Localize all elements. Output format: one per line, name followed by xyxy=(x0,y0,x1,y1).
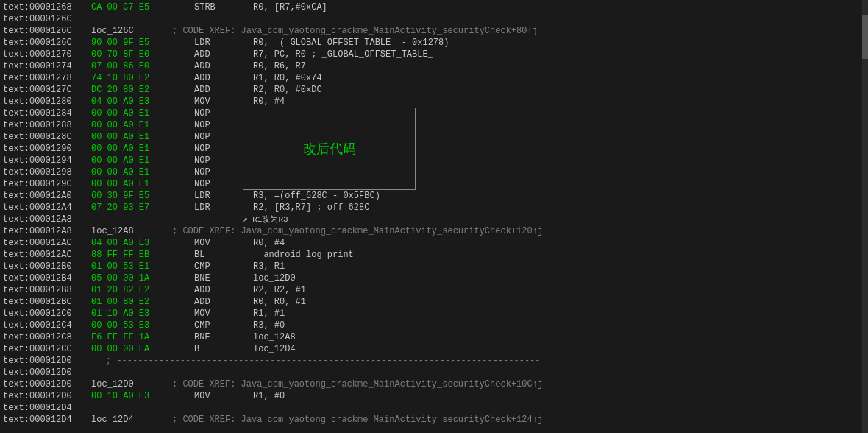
table-row: text:000012B4 05 00 00 1A BNE loc_12D0 xyxy=(0,272,868,284)
address: text:0000129C xyxy=(3,178,91,190)
table-row: text:00001284 00 00 A0 E1 NOP xyxy=(0,108,868,119)
table-row: text:0000129C 00 00 A0 E1 NOP xyxy=(0,178,868,190)
mnemonic: LDR xyxy=(194,190,253,202)
mnemonic: ADD xyxy=(194,84,253,96)
bytes: 60 30 9F E5 xyxy=(91,190,179,202)
bytes: 07 20 93 E7 xyxy=(91,202,179,214)
address: text:000012B4 xyxy=(3,272,91,284)
table-row: text:000012D4 loc_12D4 ; CODE XREF: Java… xyxy=(0,414,868,426)
bytes: 00 70 8F E0 xyxy=(91,49,179,60)
table-row: text:000012C0 01 10 A0 E3 MOV R1, #1 xyxy=(0,308,868,320)
address: text:000012D0 xyxy=(3,379,91,390)
operands: __android_log_print xyxy=(253,249,354,261)
table-row: text:00001268 CA 00 C7 E5 STRB R0, [R7,#… xyxy=(0,1,868,13)
mnemonic: BNE xyxy=(194,272,253,284)
table-row: text:000012AC 88 FF FF EB BL __android_l… xyxy=(0,249,868,261)
bytes: 00 00 A0 E1 xyxy=(91,155,179,166)
address: text:000012D0 xyxy=(3,355,91,367)
mnemonic: ADD xyxy=(194,60,253,72)
table-row: text:000012D4 xyxy=(0,402,868,414)
operands: R0, R0, #1 xyxy=(253,296,306,308)
address: text:000012CC xyxy=(3,343,91,355)
annotation-label: 改后代码 xyxy=(303,140,356,158)
address: text:000012A0 xyxy=(3,190,91,202)
operands: R0, R6, R7 xyxy=(253,60,306,72)
loc-label: loc_126C xyxy=(91,25,165,37)
mnemonic: ADD xyxy=(194,296,253,308)
bytes: 88 FF FF EB xyxy=(91,249,179,261)
table-row: text:00001298 00 00 A0 E1 NOP xyxy=(0,166,868,178)
table-row: text:000012C8 F6 FF FF 1A BNE loc_12A8 xyxy=(0,331,868,343)
table-row: text:00001270 00 70 8F E0 ADD R7, PC, R0… xyxy=(0,49,868,60)
table-row: text:00001294 00 00 A0 E1 NOP xyxy=(0,155,868,166)
table-row: text:000012C4 00 00 53 E3 CMP R3, #0 xyxy=(0,320,868,331)
operands: loc_12D0 xyxy=(253,272,296,284)
address: text:000012A8 xyxy=(3,225,91,237)
address: text:000012D4 xyxy=(3,414,91,426)
bytes: 00 00 A0 E1 xyxy=(91,166,179,178)
bytes: 90 00 9F E5 xyxy=(91,37,179,49)
mnemonic: MOV xyxy=(194,308,253,320)
address: text:000012D4 xyxy=(3,402,91,414)
separator: ; --------------------------------------… xyxy=(106,355,541,367)
address: text:000012B0 xyxy=(3,261,91,272)
operands: R0, #4 xyxy=(253,237,285,249)
table-row: text:00001288 00 00 A0 E1 NOP xyxy=(0,119,868,131)
bytes: 05 00 00 1A xyxy=(91,272,179,284)
operands: R1, #1 xyxy=(253,308,285,320)
operands: R0, =(_GLOBAL_OFFSET_TABLE_ - 0x1278) xyxy=(253,37,449,49)
address: text:000012B8 xyxy=(3,284,91,296)
address: text:000012AC xyxy=(3,249,91,261)
operands: R2, R0, #0xDC xyxy=(253,84,322,96)
operands: R2, [R3,R7] ; off_628C xyxy=(253,202,369,214)
comment: ; CODE XREF: Java_com_yaotong_crackme_Ma… xyxy=(172,379,543,390)
annotation-box: 改后代码 xyxy=(243,108,416,190)
mnemonic: STRB xyxy=(194,1,253,13)
table-row: text:00001274 07 00 86 E0 ADD R0, R6, R7 xyxy=(0,60,868,72)
table-row: text:00001290 00 00 A0 E1 NOP xyxy=(0,143,868,155)
comment: ; CODE XREF: Java_com_yaotong_crackme_Ma… xyxy=(172,25,538,37)
bytes: 07 00 86 E0 xyxy=(91,60,179,72)
address: text:0000126C xyxy=(3,13,91,25)
address: text:00001294 xyxy=(3,155,91,166)
scrollbar[interactable] xyxy=(862,0,868,433)
address: text:000012C4 xyxy=(3,320,91,331)
address: text:0000128C xyxy=(3,131,91,143)
scrollbar-thumb[interactable] xyxy=(862,15,868,59)
loc-label: loc_12A8 xyxy=(91,225,165,237)
operands: R3, R1 xyxy=(253,261,285,272)
address: text:000012C0 xyxy=(3,308,91,320)
bytes: 01 00 53 E1 xyxy=(91,261,179,272)
table-row: text:000012AC 04 00 A0 E3 MOV R0, #4 xyxy=(0,237,868,249)
mnemonic: ADD xyxy=(194,284,253,296)
operands: R1, R0, #0x74 xyxy=(253,72,322,84)
table-row: text:0000126C loc_126C ; CODE XREF: Java… xyxy=(0,25,868,37)
code-container: text:00001268 CA 00 C7 E5 STRB R0, [R7,#… xyxy=(0,0,868,433)
bytes: 00 00 A0 E1 xyxy=(91,119,179,131)
operands: loc_12D4 xyxy=(253,343,296,355)
table-row: text:000012BC 01 00 80 E2 ADD R0, R0, #1 xyxy=(0,296,868,308)
operands: R3, #0 xyxy=(253,320,285,331)
address: text:00001270 xyxy=(3,49,91,60)
mnemonic: ADD xyxy=(194,72,253,84)
mnemonic: BL xyxy=(194,249,253,261)
table-row: text:000012D0 xyxy=(0,367,868,379)
address: text:00001274 xyxy=(3,60,91,72)
table-row: text:00001278 74 10 80 E2 ADD R1, R0, #0… xyxy=(0,72,868,84)
bytes: CA 00 C7 E5 xyxy=(91,1,179,13)
bytes: 04 00 A0 E3 xyxy=(91,237,179,249)
bytes: 74 10 80 E2 xyxy=(91,72,179,84)
bytes: 04 00 A0 E3 xyxy=(91,96,179,108)
address: text:000012C8 xyxy=(3,331,91,343)
bytes: 00 00 A0 E1 xyxy=(91,178,179,190)
mnemonic: LDR xyxy=(194,202,253,214)
address: text:000012D0 xyxy=(3,367,91,379)
bytes: 01 20 82 E2 xyxy=(91,284,179,296)
operands: R7, PC, R0 ; _GLOBAL_OFFSET_TABLE_ xyxy=(253,49,433,60)
operands: R1, #0 xyxy=(253,390,285,402)
mnemonic: CMP xyxy=(194,320,253,331)
table-row: text:0000126C xyxy=(0,13,868,25)
comment: ; CODE XREF: Java_com_yaotong_crackme_Ma… xyxy=(172,225,543,237)
address: text:0000126C xyxy=(3,25,91,37)
table-row: text:0000127C DC 20 80 E2 ADD R2, R0, #0… xyxy=(0,84,868,96)
